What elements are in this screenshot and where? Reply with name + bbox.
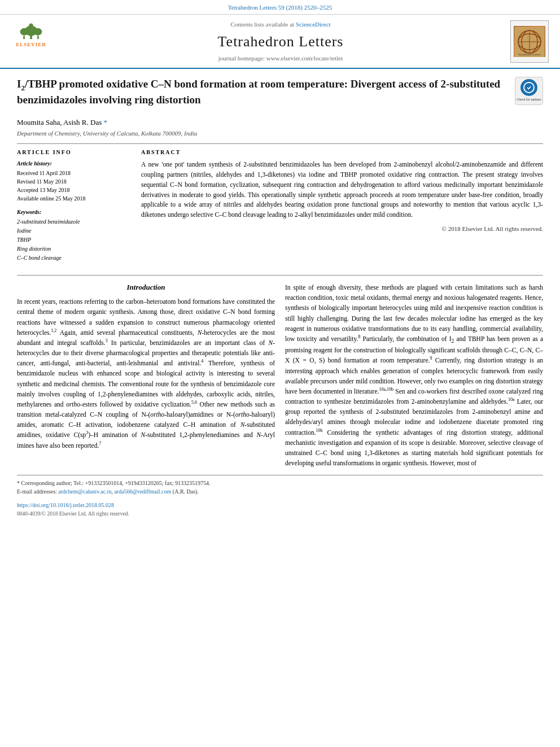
email-line: E-mail addresses: ardchem@caluniv.ac.in,… [17, 487, 543, 496]
copyright-line: © 2018 Elsevier Ltd. All rights reserved… [141, 225, 543, 233]
abstract-heading: ABSTRACT [141, 148, 543, 156]
svg-point-2 [20, 28, 29, 36]
check-updates-badge: Check for updates [515, 77, 543, 105]
journal-title: Tetrahedron Letters [218, 32, 344, 52]
keywords-section: Keywords: 2-substituted benzimidazole Io… [17, 208, 130, 263]
elsevier-logo-area: ELSEVIER [11, 20, 51, 63]
authors-line: Moumita Saha, Asish R. Das * [17, 117, 543, 128]
email-link-2[interactable]: arda566@rediffmail.com [114, 488, 171, 495]
keyword-2: Iodine [17, 226, 130, 235]
science-direct-line: Contents lists available at ScienceDirec… [230, 20, 330, 29]
introduction-paragraph-1: In recent years, reactions referring to … [17, 296, 275, 450]
check-updates-icon [520, 79, 537, 96]
received-date: Received 11 April 2018 [17, 169, 130, 177]
affiliation: Department of Chemistry, University of C… [17, 129, 543, 138]
journal-logo-box: Tetrahedron Letters [510, 20, 549, 63]
article-title: I2/TBHP promoted oxidative C–N bond form… [17, 77, 508, 107]
svg-point-6 [29, 24, 33, 28]
science-direct-prefix: Contents lists available at [230, 21, 294, 28]
keywords-label: Keywords: [17, 208, 130, 216]
divider-1 [17, 143, 543, 144]
introduction-paragraph-2: In spite of enough diversity, these meth… [285, 282, 543, 468]
main-content-area: Introduction In recent years, reactions … [17, 275, 543, 468]
elsevier-wordmark: ELSEVIER [16, 41, 46, 49]
keyword-5: C–C bond cleavage [17, 254, 130, 263]
main-left-column: Introduction In recent years, reactions … [17, 282, 275, 468]
article-history: Article history: Received 11 April 2018 … [17, 160, 130, 203]
elsevier-tree-icon [17, 20, 45, 40]
history-label: Article history: [17, 160, 130, 168]
journal-title-area: Contents lists available at ScienceDirec… [59, 20, 502, 63]
accepted-date: Accepted 13 May 2018 [17, 186, 130, 194]
article-body: I2/TBHP promoted oxidative C–N bond form… [0, 69, 560, 526]
email-label: E-mail addresses: [17, 488, 57, 495]
svg-text:Tetrahedron Letters: Tetrahedron Letters [518, 53, 541, 56]
elsevier-logo: ELSEVIER [11, 20, 51, 49]
keyword-3: TBHP [17, 235, 130, 244]
article-columns: ARTICLE INFO Article history: Received 1… [17, 148, 543, 267]
page: Tetrahedron Letters 59 (2018) 2520–2525 … [0, 0, 560, 747]
journal-logo-area: Tetrahedron Letters [510, 20, 549, 63]
svg-rect-7 [30, 27, 32, 30]
article-info-col: ARTICLE INFO Article history: Received 1… [17, 148, 130, 267]
journal-reference: Tetrahedron Letters 59 (2018) 2520–2525 [228, 4, 332, 11]
doi-link[interactable]: https://doi.org/10.1016/j.tetlet.2018.05… [17, 501, 543, 509]
issn-copyright-line: 0040-4039/© 2018 Elsevier Ltd. All right… [17, 510, 543, 518]
journal-homepage: journal homepage: www.elsevier.com/locat… [218, 54, 343, 63]
journal-reference-bar: Tetrahedron Letters 59 (2018) 2520–2525 [0, 0, 560, 15]
email-link-1[interactable]: ardchem@caluniv.ac.in [58, 488, 111, 495]
revised-date: Revised 11 May 2018 [17, 177, 130, 186]
keyword-4: Ring distortion [17, 244, 130, 254]
journal-header: ELSEVIER Contents lists available at Sci… [0, 15, 560, 68]
journal-cover-image: Tetrahedron Letters [514, 26, 545, 57]
abstract-col: ABSTRACT A new 'one pot' tandem synthesi… [141, 148, 543, 267]
svg-rect-5 [37, 36, 39, 40]
science-direct-link[interactable]: ScienceDirect [296, 21, 331, 28]
footnote-section: * Corresponding author; Tel.: +913323501… [17, 475, 543, 518]
available-date: Available online 25 May 2018 [17, 194, 130, 203]
article-title-section: I2/TBHP promoted oxidative C–N bond form… [17, 77, 543, 112]
keyword-1: 2-substituted benzimidazole [17, 217, 130, 226]
article-info-heading: ARTICLE INFO [17, 148, 130, 156]
svg-point-3 [34, 28, 42, 36]
svg-rect-4 [23, 36, 25, 40]
introduction-heading: Introduction [17, 282, 275, 292]
corresponding-author-note: * Corresponding author; Tel.: +913323501… [17, 479, 543, 487]
authors: Moumita Saha, Asish R. Das * [17, 118, 107, 126]
main-right-column: In spite of enough diversity, these meth… [285, 282, 543, 468]
doi-section: https://doi.org/10.1016/j.tetlet.2018.05… [17, 499, 543, 518]
email-suffix: (A.R. Das). [171, 488, 199, 495]
check-updates-inner [523, 82, 535, 93]
abstract-text: A new 'one pot' tandem synthesis of 2-su… [141, 160, 543, 220]
check-updates-label: Check for updates [517, 97, 541, 102]
